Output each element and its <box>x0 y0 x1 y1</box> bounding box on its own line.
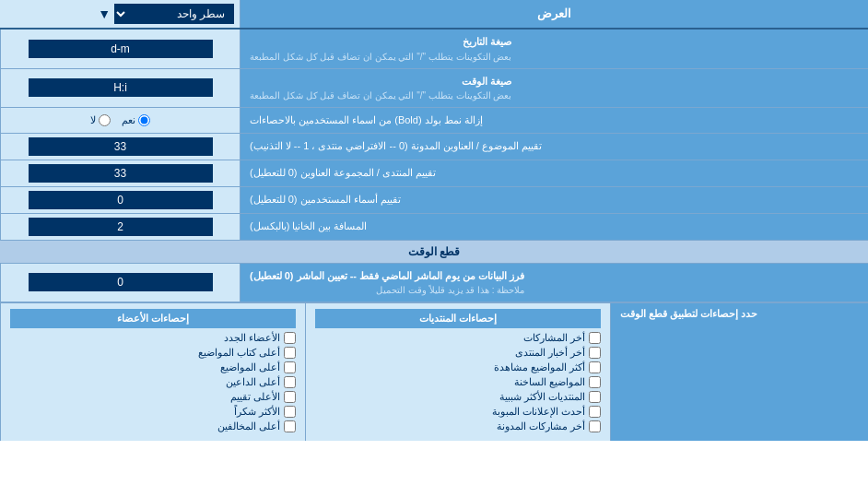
forum-stats-header: إحصاءات المنتديات <box>315 309 601 328</box>
checkbox-most-thanked[interactable] <box>284 406 296 418</box>
list-item: أعلى الداعين <box>10 376 296 388</box>
checkbox-top-topics[interactable] <box>284 361 296 373</box>
member-stats-header: إحصاءات الأعضاء <box>10 309 296 328</box>
topic-titles-label: تقييم الموضوع / العناوين المدونة (0 -- ا… <box>240 134 868 160</box>
forum-titles-input-cell <box>0 160 240 186</box>
checkbox-latest-ads[interactable] <box>589 406 601 418</box>
checkbox-top-rated[interactable] <box>284 391 296 403</box>
distance-label: المسافة بين الخانيا (بالبكسل) <box>240 214 868 240</box>
distance-input-cell <box>0 214 240 240</box>
usernames-label: تقييم أسماء المستخدمين (0 للتعطيل) <box>240 187 868 213</box>
topic-titles-input-cell <box>0 134 240 160</box>
radio-yes[interactable] <box>138 114 150 126</box>
checkbox-new-members[interactable] <box>284 332 296 344</box>
stats-limit-label: حدد إحصاءات لتطبيق قطع الوقت <box>610 303 868 441</box>
checkbox-top-violators-label: أعلى المخالفين <box>217 420 280 432</box>
cutoff-input[interactable] <box>29 273 213 291</box>
date-format-input[interactable] <box>29 40 213 58</box>
checkbox-top-inviters-label: أعلى الداعين <box>226 376 280 388</box>
usernames-input-cell <box>0 187 240 213</box>
list-item: أعلى كتاب المواضيع <box>10 347 296 359</box>
list-item: أكثر المواضيع مشاهدة <box>315 361 601 373</box>
date-format-input-cell <box>0 30 240 68</box>
checkbox-most-viewed[interactable] <box>589 361 601 373</box>
cutoff-section-header: قطع الوقت <box>0 241 868 264</box>
list-item: أخر المشاركات <box>315 332 601 344</box>
checkbox-hot-topics-label: المواضيع الساخنة <box>514 376 585 388</box>
checkbox-popular-forums-label: المنتديات الأكثر شببية <box>499 391 585 403</box>
radio-yes-text: نعم <box>122 114 135 126</box>
cutoff-label: فرز البيانات من يوم الماشر الماضي فقط --… <box>240 264 868 302</box>
time-format-label: صيغة الوقت بعض التكوينات يتطلب "/" التي … <box>240 69 868 108</box>
checkbox-blog-posts-label: أخر مشاركات المدونة <box>497 420 585 432</box>
forum-titles-input[interactable] <box>29 164 213 183</box>
list-item: الأعلى تقييم <box>10 391 296 403</box>
display-select-cell: سطر واحد سطرين ثلاثة أسطر ▼ <box>0 0 240 28</box>
section-title: العرض <box>240 0 868 28</box>
list-item: أعلى المخالفين <box>10 420 296 432</box>
checkbox-popular-forums[interactable] <box>589 391 601 403</box>
forum-titles-label: تقييم المنتدى / المجموعة العناوين (0 للت… <box>240 160 868 186</box>
checkbox-top-inviters[interactable] <box>284 376 296 388</box>
member-stats-col: إحصاءات الأعضاء الأعضاء الجدد أعلى كتاب … <box>0 303 305 441</box>
radio-no[interactable] <box>99 114 111 126</box>
checkbox-most-thanked-label: الأكثر شكراً <box>234 406 280 418</box>
checkbox-top-violators[interactable] <box>284 420 296 432</box>
list-item: أخر أخبار المنتدى <box>315 347 601 359</box>
time-format-input-cell <box>0 69 240 108</box>
checkbox-last-posts-label: أخر المشاركات <box>523 332 585 344</box>
checkbox-forum-news[interactable] <box>589 347 601 359</box>
radio-no-text: لا <box>90 114 96 126</box>
radio-yes-label[interactable]: نعم <box>122 114 150 126</box>
checkbox-top-rated-label: الأعلى تقييم <box>230 391 280 403</box>
checkbox-new-members-label: الأعضاء الجدد <box>224 332 280 344</box>
date-format-label: صيغة التاريخ بعض التكوينات يتطلب "/" الت… <box>240 30 868 68</box>
cutoff-input-cell <box>0 264 240 302</box>
checkbox-forum-news-label: أخر أخبار المنتدى <box>515 347 585 359</box>
topic-titles-input[interactable] <box>29 137 213 156</box>
checkbox-top-topic-writers-label: أعلى كتاب المواضيع <box>198 347 280 359</box>
list-item: أعلى المواضيع <box>10 361 296 373</box>
checkbox-most-viewed-label: أكثر المواضيع مشاهدة <box>494 361 585 373</box>
distance-input[interactable] <box>29 218 213 236</box>
checkbox-latest-ads-label: أحدث الإعلانات المبوبة <box>492 406 585 418</box>
list-item: أحدث الإعلانات المبوبة <box>315 406 601 418</box>
remove-bold-label: إزالة نمط بولد (Bold) من اسماء المستخدمي… <box>240 108 868 133</box>
stats-checkboxes-section: حدد إحصاءات لتطبيق قطع الوقت إحصاءات الم… <box>0 302 868 441</box>
list-item: الأعضاء الجدد <box>10 332 296 344</box>
list-item: المواضيع الساخنة <box>315 376 601 388</box>
usernames-input[interactable] <box>29 191 213 209</box>
checkbox-top-topic-writers[interactable] <box>284 347 296 359</box>
time-format-input[interactable] <box>29 78 213 97</box>
list-item: أخر مشاركات المدونة <box>315 420 601 432</box>
remove-bold-input-cell: نعم لا <box>0 108 240 133</box>
list-item: المنتديات الأكثر شببية <box>315 391 601 403</box>
list-item: الأكثر شكراً <box>10 406 296 418</box>
checkbox-hot-topics[interactable] <box>589 376 601 388</box>
display-select[interactable]: سطر واحد سطرين ثلاثة أسطر <box>114 4 234 24</box>
radio-no-label[interactable]: لا <box>90 114 111 126</box>
checkbox-top-topics-label: أعلى المواضيع <box>220 361 280 373</box>
checkbox-last-posts[interactable] <box>589 332 601 344</box>
checkbox-blog-posts[interactable] <box>589 420 601 432</box>
forum-stats-col: إحصاءات المنتديات أخر المشاركات أخر أخبا… <box>305 303 610 441</box>
